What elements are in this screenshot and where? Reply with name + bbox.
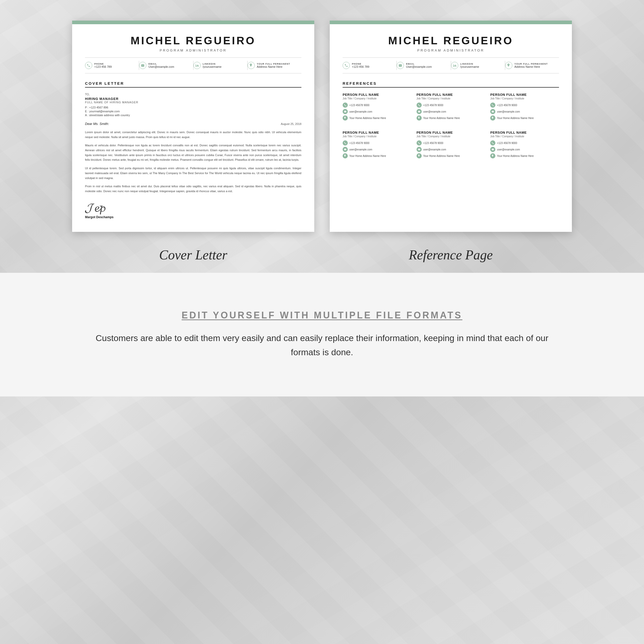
ref-1-address-item: Your Home Address Name Here (343, 115, 411, 121)
ref-3-phone-item: +123 45678 9000 (490, 103, 559, 108)
cta-heading: EDIT YOURSELF WITH MULTIPLE FILE FORMATS (182, 310, 462, 321)
cover-letter-document: MICHEL REGUEIRO PROGRAM ADMINISTRATOR PH… (72, 21, 314, 232)
cover-email-line: E : yourmail@example.com (85, 110, 301, 113)
ref-1-phone-item: +123 45678 9000 (343, 103, 411, 108)
ref-phone-label: PHONE (352, 63, 369, 65)
phone-label: PHONE (94, 63, 112, 65)
ref-1-job: Job Title / Company / Institute (343, 97, 411, 100)
ref-4-phone-item: +123 45678 9000 (343, 140, 411, 146)
ref-4-phone-icon (343, 140, 348, 146)
ref-phone-item: PHONE +123 456 789 (343, 62, 396, 69)
address-label: Your Full Permanent (257, 63, 290, 65)
ref-email-text-group: EMAIL User@example.com (406, 63, 432, 68)
email-icon (141, 64, 145, 67)
reference-card-1: PERSON FULL NAME Job Title / Company / I… (343, 93, 411, 124)
phone-value: +123 456 789 (94, 65, 112, 68)
linkedin-value: /yourusername (203, 65, 222, 68)
ref-4-phone: +123 45678 9000 (349, 142, 369, 145)
ref-6-email-item: user@example.com (490, 147, 559, 152)
ref-4-email: user@example.com (349, 148, 372, 151)
ref-6-address: Your Home Address Name Here (497, 155, 533, 157)
ref-2-phone-item: +123 45678 9000 (417, 103, 485, 108)
ref-6-job: Job Title / Company / Institute (490, 135, 559, 138)
phone-icon-circle (85, 62, 92, 69)
ref-1-email-icon (343, 109, 348, 114)
ref-3-name: PERSON FULL NAME (490, 93, 559, 97)
references-section-heading: REFERENCES (343, 81, 559, 88)
ref-2-phone: +123 45678 9000 (423, 104, 443, 107)
references-accent-bar (330, 21, 572, 24)
ref-2-job: Job Title / Company / Institute (417, 97, 485, 100)
ref-3-address-item: Your Home Address Name Here (490, 115, 559, 121)
email-text-group: EMAIL User@example.com (148, 63, 174, 68)
ref-6-email: user@example.com (497, 148, 520, 151)
signature-section: 𝓙𝓮𝓹 Margot Deschamps (85, 201, 301, 219)
email-label: EMAIL (148, 63, 174, 65)
cover-letter-header: MICHEL REGUEIRO PROGRAM ADMINISTRATOR (85, 35, 301, 52)
ref-linkedin-value: /yourusername (460, 65, 479, 68)
cover-to-fullname: FULL NAME OF HIRING MANAGER (85, 101, 301, 104)
linkedin-icon-circle (193, 62, 201, 69)
cover-to-name: HIRING MANAGER (85, 97, 301, 101)
cover-to-block: TO, HIRING MANAGER FULL NAME OF HIRING M… (85, 93, 301, 117)
ref-linkedin-label: LinkedIn (460, 63, 479, 65)
cover-letter-accent-bar (72, 21, 314, 24)
ref-1-email-item: user@example.com (343, 109, 411, 114)
references-name: MICHEL REGUEIRO (343, 35, 559, 47)
signature-image: 𝓙𝓮𝓹 (85, 201, 301, 214)
signature-name: Margot Deschamps (85, 215, 301, 219)
ref-4-job: Job Title / Company / Institute (343, 135, 411, 138)
references-content: MICHEL REGUEIRO PROGRAM ADMINISTRATOR PH… (330, 24, 572, 175)
ref-phone-value: +123 456 789 (352, 65, 369, 68)
ref-5-address-item: Your Home Address Name Here (417, 153, 485, 158)
references-document: MICHEL REGUEIRO PROGRAM ADMINISTRATOR PH… (330, 21, 572, 232)
cover-letter-name: MICHEL REGUEIRO (85, 35, 301, 47)
ref-address-item: Your Full Permanent Address Name Here (505, 62, 559, 69)
ref-email-value: User@example.com (406, 65, 432, 68)
cta-body: Customers are able to edit them very eas… (90, 331, 554, 359)
ref-2-phone-icon (417, 103, 422, 108)
ref-4-name: PERSON FULL NAME (343, 131, 411, 134)
ref-6-address-item: Your Home Address Name Here (490, 153, 559, 158)
ref-email-label: EMAIL (406, 63, 432, 65)
ref-1-email: user@example.com (349, 110, 372, 113)
cta-section: EDIT YOURSELF WITH MULTIPLE FILE FORMATS… (0, 273, 644, 396)
cover-date-line: Dear Ms. Smith: August 25, 2018 (85, 122, 301, 126)
ref-linkedin-text-group: LinkedIn /yourusername (460, 63, 479, 68)
references-grid: PERSON FULL NAME Job Title / Company / I… (343, 93, 559, 162)
ref-1-name: PERSON FULL NAME (343, 93, 411, 97)
ref-email-icon (399, 64, 402, 67)
cover-letter-section-heading: COVER LETTER (85, 81, 301, 88)
ref-3-phone-icon (490, 103, 495, 108)
references-contact-bar: PHONE +123 456 789 EMAIL User@example.co… (343, 57, 559, 73)
ref-3-email-icon (490, 109, 495, 114)
ref-phone-text-group: PHONE +123 456 789 (352, 63, 369, 68)
reference-page-label: Reference Page (330, 247, 572, 262)
ref-2-name: PERSON FULL NAME (417, 93, 485, 97)
phone-icon (87, 64, 90, 67)
ref-address-text-group: Your Full Permanent Address Name Here (514, 63, 548, 68)
ref-3-job: Job Title / Company / Institute (490, 97, 559, 100)
ref-2-email: user@example.com (423, 110, 446, 113)
cover-letter-label: Cover Letter (72, 247, 314, 262)
ref-5-phone-item: +123 45678 9000 (417, 140, 485, 146)
ref-6-name: PERSON FULL NAME (490, 131, 559, 134)
cover-paragraph-1: Lorem ipsum dolor sit amet, consectetur … (85, 130, 301, 139)
cover-phone-line: P : +123 4567 896 (85, 106, 301, 109)
cover-letter-label-text: Cover Letter (159, 248, 227, 262)
ref-5-phone-icon (417, 140, 422, 146)
ref-address-value: Address Name Here (514, 65, 548, 68)
ref-1-phone: +123 45678 9000 (349, 104, 369, 107)
reference-card-6: PERSON FULL NAME Job Title / Company / I… (490, 131, 559, 162)
ref-2-email-icon (417, 109, 422, 114)
address-icon-circle (248, 62, 255, 69)
ref-phone-icon-circle (343, 62, 350, 69)
cl-address-item: Your Full Permanent Address Name Here (248, 62, 301, 69)
ref-email-icon-circle (397, 62, 404, 69)
ref-5-email-icon (417, 147, 422, 152)
ref-6-phone: +123 45678 9000 (497, 142, 517, 145)
ref-5-phone: +123 45678 9000 (423, 142, 443, 145)
ref-4-email-item: user@example.com (343, 147, 411, 152)
ref-6-address-icon (490, 153, 495, 158)
cover-paragraph-2: Mauris et vehicula dolor. Pellentesque n… (85, 143, 301, 162)
